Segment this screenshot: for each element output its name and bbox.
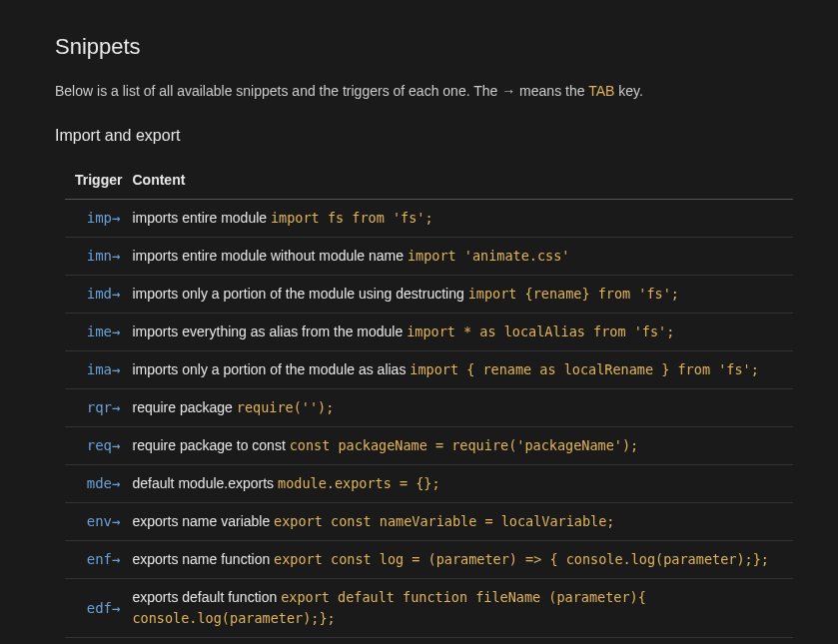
trigger-text: req xyxy=(87,437,112,453)
table-row: mde→default module.exports module.export… xyxy=(65,465,793,503)
trigger-cell: env→ xyxy=(65,503,132,541)
content-cell: exports default class export default cla… xyxy=(132,638,793,645)
trigger-text: imd xyxy=(87,286,112,302)
page-title: Snippets xyxy=(55,30,783,63)
content-description: imports everything as alias from the mod… xyxy=(132,323,407,339)
trigger-text: edf xyxy=(87,600,112,616)
content-cell: imports entire module import fs from 'fs… xyxy=(132,200,793,238)
table-row: env→exports name variable export const n… xyxy=(65,503,793,541)
content-code: require(''); xyxy=(237,399,335,415)
content-code: import { rename as localRename } from 'f… xyxy=(410,361,759,377)
trigger-text: env xyxy=(87,513,112,529)
trigger-text: ima xyxy=(87,361,112,377)
content-code: import {rename} from 'fs'; xyxy=(468,286,679,302)
content-cell: exports default function export default … xyxy=(132,579,793,638)
content-description: exports name function xyxy=(132,551,274,567)
table-row: rqr→require package require(''); xyxy=(65,389,793,427)
content-cell: imports everything as alias from the mod… xyxy=(132,314,793,351)
table-row: ecl→exports default class export default… xyxy=(65,638,793,645)
tab-arrow-icon: → xyxy=(112,361,120,377)
trigger-cell: imd→ xyxy=(65,276,132,314)
section-import-export-title: Import and export xyxy=(55,124,783,148)
content-code: export const nameVariable = localVariabl… xyxy=(274,513,614,529)
table-row: ima→imports only a portion of the module… xyxy=(65,351,793,389)
content-description: require package to const xyxy=(132,437,289,453)
content-code: module.exports = {}; xyxy=(278,475,440,491)
content-description: default module.exports xyxy=(132,475,278,491)
trigger-cell: edf→ xyxy=(65,579,132,638)
tab-arrow-icon: → xyxy=(112,399,120,415)
content-cell: imports entire module without module nam… xyxy=(132,238,793,276)
table-row: imn→imports entire module without module… xyxy=(65,238,793,276)
content-description: imports only a portion of the module as … xyxy=(132,361,410,377)
tab-arrow-icon: → xyxy=(112,600,120,616)
content-cell: imports only a portion of the module as … xyxy=(132,351,793,389)
trigger-cell: ime→ xyxy=(65,314,132,351)
content-cell: default module.exports module.exports = … xyxy=(132,465,793,503)
trigger-cell: mde→ xyxy=(65,465,132,503)
tab-arrow-icon: → xyxy=(112,210,120,226)
content-code: import 'animate.css' xyxy=(408,248,570,264)
content-description: imports only a portion of the module usi… xyxy=(132,286,467,302)
trigger-cell: req→ xyxy=(65,427,132,465)
trigger-text: imn xyxy=(87,248,112,264)
trigger-cell: imn→ xyxy=(65,238,132,276)
content-description: imports entire module xyxy=(132,210,271,226)
content-code: const packageName = require('packageName… xyxy=(290,437,639,453)
table-header-row: Trigger Content xyxy=(65,162,793,200)
tab-arrow-icon: → xyxy=(112,286,120,302)
trigger-text: enf xyxy=(87,551,112,567)
trigger-cell: imp→ xyxy=(65,200,132,238)
content-description: imports entire module without module nam… xyxy=(132,248,407,264)
content-cell: require package require(''); xyxy=(132,389,793,427)
tab-arrow-glyph: → xyxy=(501,83,515,99)
trigger-cell: rqr→ xyxy=(65,389,132,427)
content-code: import * as localAlias from 'fs'; xyxy=(407,323,674,339)
content-description: require package xyxy=(132,399,236,415)
intro-text-pre: Below is a list of all available snippet… xyxy=(55,83,501,99)
content-description: exports name variable xyxy=(132,513,274,529)
intro-paragraph: Below is a list of all available snippet… xyxy=(55,81,783,102)
table-row: enf→exports name function export const l… xyxy=(65,541,793,579)
header-content: Content xyxy=(132,162,793,200)
trigger-cell: enf→ xyxy=(65,541,132,579)
snippets-table-import-export: Trigger Content imp→imports entire modul… xyxy=(65,162,793,644)
content-description: exports default function xyxy=(132,589,281,605)
tab-arrow-icon: → xyxy=(112,323,120,339)
tab-arrow-icon: → xyxy=(112,513,120,529)
content-code: import fs from 'fs'; xyxy=(271,210,433,226)
trigger-cell: ecl→ xyxy=(65,638,132,645)
tab-key-label: TAB xyxy=(588,83,614,99)
trigger-text: imp xyxy=(87,210,112,226)
tab-arrow-icon: → xyxy=(112,551,120,567)
table-row: req→require package to const const packa… xyxy=(65,427,793,465)
trigger-text: ime xyxy=(87,323,112,339)
table-row: edf→exports default function export defa… xyxy=(65,579,793,638)
trigger-text: mde xyxy=(87,475,112,491)
intro-text-mid: means the xyxy=(515,83,588,99)
table-row: imp→imports entire module import fs from… xyxy=(65,200,793,238)
content-cell: require package to const const packageNa… xyxy=(132,427,793,465)
trigger-text: rqr xyxy=(87,399,112,415)
tab-arrow-icon: → xyxy=(112,248,120,264)
tab-arrow-icon: → xyxy=(112,437,120,453)
table-row: imd→imports only a portion of the module… xyxy=(65,276,793,314)
content-cell: imports only a portion of the module usi… xyxy=(132,276,793,314)
content-cell: exports name function export const log =… xyxy=(132,541,793,579)
header-trigger: Trigger xyxy=(65,162,132,200)
tab-arrow-icon: → xyxy=(112,475,120,491)
trigger-cell: ima→ xyxy=(65,351,132,389)
content-cell: exports name variable export const nameV… xyxy=(132,503,793,541)
intro-text-post: key. xyxy=(614,83,643,99)
table-row: ime→imports everything as alias from the… xyxy=(65,314,793,351)
content-code: export const log = (parameter) => { cons… xyxy=(274,551,769,567)
